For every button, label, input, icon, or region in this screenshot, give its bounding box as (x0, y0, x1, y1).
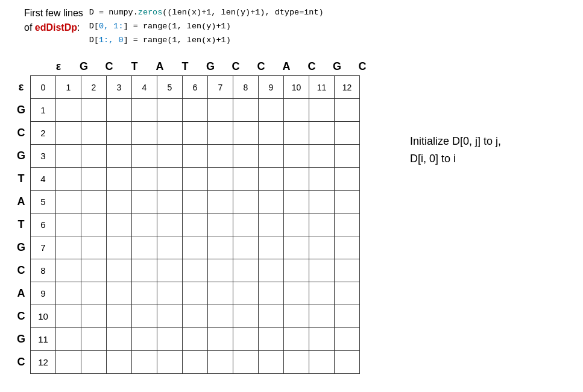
cell-10-5 (157, 305, 183, 328)
cell-4-8 (233, 168, 259, 191)
cell-11-3 (107, 328, 132, 351)
cell-4-12 (335, 168, 360, 191)
cell-2-3 (107, 122, 132, 145)
cell-11-1 (56, 328, 81, 351)
col-header-4: A (147, 60, 172, 73)
cell-7-6 (183, 236, 208, 259)
col-header-6: G (198, 60, 223, 73)
cell-1-1 (56, 99, 81, 122)
cell-6-9 (259, 213, 284, 236)
cell-3-7 (208, 145, 233, 168)
num-header-5: 5 (157, 76, 183, 99)
cell-5-10 (284, 191, 309, 213)
cell-2-6 (183, 122, 208, 145)
cell-6-6 (183, 213, 208, 236)
num-header-0: 0 (31, 76, 56, 99)
row-label-8: C (12, 259, 30, 282)
cell-5-4 (132, 191, 157, 213)
code-line-3: D[1:, 0] = range(1, len(x)+1) (89, 34, 324, 48)
row-label-12: C (12, 350, 30, 373)
cell-3-2 (81, 145, 107, 168)
cell-2-2 (81, 122, 107, 145)
cell-2-7 (208, 122, 233, 145)
cell-6-10 (284, 213, 309, 236)
cell-2-10 (284, 122, 309, 145)
cell-1-12 (335, 99, 360, 122)
cell-12-2 (81, 351, 107, 374)
row-labels: εGCGTATGCACGC (12, 75, 30, 373)
cell-3-4 (132, 145, 157, 168)
cell-9-8 (233, 282, 259, 305)
cell-2-9 (259, 122, 284, 145)
row-label-1: G (12, 98, 30, 121)
num-header-7: 7 (208, 76, 233, 99)
cell-6-12 (335, 213, 360, 236)
cell-6-4 (132, 213, 157, 236)
cell-6-7 (208, 213, 233, 236)
init-label-line1: Initialize D[0, j] to j, (410, 133, 501, 150)
cell-7-0: 7 (31, 236, 56, 259)
cell-4-7 (208, 168, 233, 191)
init-label-line2: D[i, 0] to i (410, 150, 501, 168)
of-label-text: of edDistDp: (24, 21, 83, 35)
cell-5-12 (335, 191, 360, 213)
row-label-6: T (12, 213, 30, 236)
cell-4-10 (284, 168, 309, 191)
table-row-12: 12 (31, 351, 360, 374)
cell-9-1 (56, 282, 81, 305)
cell-5-1 (56, 191, 81, 213)
col-header-3: T (122, 60, 147, 73)
cell-5-5 (157, 191, 183, 213)
cell-10-3 (107, 305, 132, 328)
table-row-11: 11 (31, 328, 360, 351)
cell-9-4 (132, 282, 157, 305)
cell-10-4 (132, 305, 157, 328)
col-header-11: G (324, 60, 350, 73)
header-label: First few lines of edDistDp: (24, 6, 83, 35)
cell-10-7 (208, 305, 233, 328)
cell-6-0: 6 (31, 213, 56, 236)
col-header-1: G (71, 60, 96, 73)
row-label-7: G (12, 236, 30, 259)
first-few-lines-text: First few lines (24, 6, 83, 21)
num-header-1: 1 (56, 76, 81, 99)
cell-7-9 (259, 236, 284, 259)
cell-8-1 (56, 259, 81, 282)
matrix-area: εGCTATGCCACGC εGCGTATGCACGC 012345678910… (12, 60, 375, 374)
cell-4-6 (183, 168, 208, 191)
cell-1-3 (107, 99, 132, 122)
cell-11-12 (335, 328, 360, 351)
num-header-11: 11 (309, 76, 335, 99)
cell-9-3 (107, 282, 132, 305)
cell-8-3 (107, 259, 132, 282)
cell-9-5 (157, 282, 183, 305)
cell-11-6 (183, 328, 208, 351)
cell-12-1 (56, 351, 81, 374)
page: First few lines of edDistDp: D = numpy.z… (0, 0, 583, 392)
cell-12-7 (208, 351, 233, 374)
cell-5-11 (309, 191, 335, 213)
col-header-12: C (350, 60, 375, 73)
matrix-table: 0123456789101112123456789101112 (30, 75, 360, 374)
cell-3-6 (183, 145, 208, 168)
cell-10-6 (183, 305, 208, 328)
cell-5-9 (259, 191, 284, 213)
col-header-8: C (248, 60, 274, 73)
table-row-1: 1 (31, 99, 360, 122)
cell-4-5 (157, 168, 183, 191)
cell-4-0: 4 (31, 168, 56, 191)
table-row-6: 6 (31, 213, 360, 236)
cell-8-7 (208, 259, 233, 282)
cell-12-3 (107, 351, 132, 374)
cell-10-11 (309, 305, 335, 328)
cell-10-2 (81, 305, 107, 328)
cell-2-8 (233, 122, 259, 145)
row-label-9: A (12, 282, 30, 305)
code-line-2: D[0, 1:] = range(1, len(y)+1) (89, 20, 324, 34)
cell-8-4 (132, 259, 157, 282)
table-row-3: 3 (31, 145, 360, 168)
cell-4-1 (56, 168, 81, 191)
col-header-10: C (299, 60, 324, 73)
cell-9-10 (284, 282, 309, 305)
cell-11-0: 11 (31, 328, 56, 351)
